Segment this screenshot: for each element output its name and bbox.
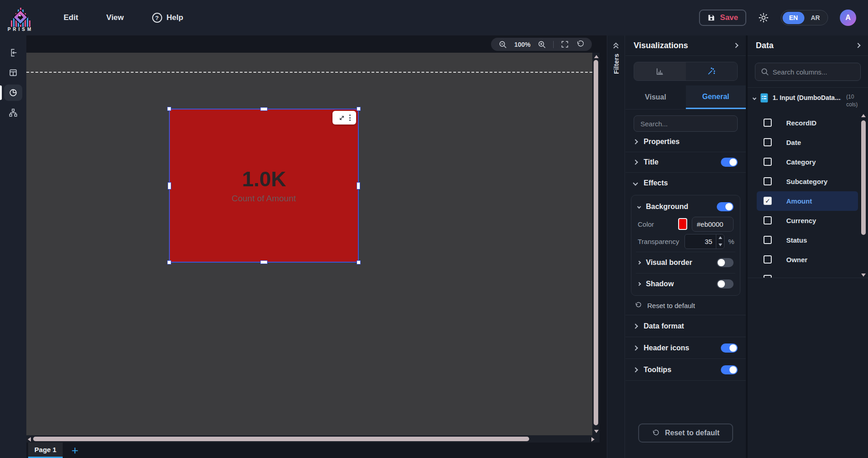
canvas-vertical-scrollbar[interactable] [592,53,600,435]
language-toggle[interactable]: EN AR [781,10,828,25]
column-checkbox[interactable] [764,177,772,185]
shadow-row[interactable]: Shadow [631,275,740,293]
reset-to-default-link[interactable]: Reset to default [625,296,746,315]
theme-sun-icon[interactable] [758,12,769,23]
resize-handle-top[interactable] [260,107,268,111]
resize-handle-right[interactable] [357,182,360,189]
fit-screen-icon[interactable] [560,40,569,49]
shadow-toggle[interactable] [717,279,734,289]
scroll-left-arrow[interactable] [28,437,31,442]
spin-down-button[interactable] [716,241,724,249]
column-list-scrollbar[interactable] [861,114,866,278]
scroll-up-arrow[interactable] [861,114,866,117]
menu-edit[interactable]: Edit [64,13,78,22]
section-effects[interactable]: Effects [625,173,746,193]
properties-label: Properties [644,138,680,146]
magic-mode-button[interactable] [686,62,738,80]
tab-general[interactable]: General [686,85,746,109]
section-title[interactable]: Title [625,152,746,173]
scroll-down-arrow[interactable] [861,274,866,277]
viz-search-input[interactable] [634,115,738,132]
resize-handle-top-left[interactable] [167,107,171,111]
tooltips-toggle[interactable] [721,365,738,374]
column-checkbox[interactable] [764,119,772,127]
column-row-owner[interactable]: Owner [757,250,858,269]
list-scroll-thumb[interactable] [861,120,866,235]
section-header-icons[interactable]: Header icons [625,337,746,359]
section-tooltips[interactable]: Tooltips [625,359,746,381]
data-search-input[interactable] [755,63,861,81]
expand-icon[interactable] [338,114,345,121]
column-row-status[interactable]: Status [757,230,858,250]
column-row-amount[interactable]: ✓Amount [757,191,858,211]
chart-mode-button[interactable] [634,62,686,80]
rail-layout-button[interactable] [0,63,26,83]
chevron-right-icon [637,261,641,264]
transparency-input[interactable] [685,234,716,249]
lang-en[interactable]: EN [783,12,804,24]
zoom-in-icon[interactable] [537,40,546,49]
column-checkbox[interactable] [764,158,772,166]
color-hex-input[interactable] [692,217,734,232]
column-checkbox[interactable]: ✓ [764,197,772,205]
column-row-recordid[interactable]: RecordID [757,113,858,133]
rail-hierarchy-button[interactable] [0,103,26,123]
spin-up-button[interactable] [716,234,724,242]
save-button[interactable]: Save [699,10,746,26]
canvas-horizontal-scrollbar[interactable] [26,435,600,443]
collapse-panel-chevron-icon[interactable] [855,43,860,48]
menu-view[interactable]: View [106,13,124,22]
reset-icon [652,429,660,437]
add-page-button[interactable]: + [63,443,87,458]
more-options-icon[interactable] [349,114,351,121]
resize-handle-top-right[interactable] [357,107,361,111]
data-source-row[interactable]: 1. Input (DumboData.... (10 cols) [748,88,868,109]
transparency-row: Transparency % [631,233,740,250]
column-checkbox[interactable] [764,138,772,146]
top-navbar: PRISM Edit View ? Help Save [0,0,868,35]
section-properties[interactable]: Properties [625,132,746,152]
column-checkbox[interactable] [764,255,772,264]
section-data-format[interactable]: Data format [625,315,746,337]
header-icons-toggle[interactable] [721,344,738,353]
visual-card[interactable]: 1.0K Count of Amount [169,109,359,263]
reset-to-default-button[interactable]: Reset to default [638,423,733,443]
rail-exit-button[interactable] [0,43,26,63]
resize-handle-left[interactable] [168,182,171,189]
left-toolbar [0,35,26,458]
column-checkbox[interactable] [764,216,772,224]
column-row-category[interactable]: Category [757,152,858,172]
rail-pie-chart-button[interactable] [0,83,26,103]
column-checkbox[interactable] [764,236,772,244]
column-row-date[interactable]: Date [757,133,858,152]
scroll-right-arrow[interactable] [591,437,595,442]
reset-view-icon[interactable] [576,40,585,49]
filters-collapsed-panel[interactable]: Filters [607,35,625,458]
scroll-up-arrow[interactable] [594,55,599,58]
collapse-panel-chevron-icon[interactable] [733,43,738,48]
visual-border-toggle[interactable] [717,258,734,267]
menu-help[interactable]: ? Help [152,13,184,23]
column-label: Status [786,236,807,244]
background-toggle[interactable] [717,202,734,211]
report-canvas[interactable]: 1.0K Count of Amount [26,53,592,435]
column-row-currency[interactable]: Currency [757,211,858,230]
expand-filters-chevron-icon[interactable] [612,41,620,49]
user-avatar[interactable]: A [840,10,856,26]
visual-border-row[interactable]: Visual border [631,254,740,271]
resize-handle-bottom-right[interactable] [357,260,361,264]
resize-handle-bottom-left[interactable] [167,260,171,264]
background-color-swatch[interactable] [678,218,687,230]
title-toggle[interactable] [721,158,738,167]
vertical-scroll-thumb[interactable] [594,60,598,425]
column-row-subcategory[interactable]: Subcategory [757,172,858,191]
tab-visual[interactable]: Visual [625,85,686,109]
horizontal-scroll-thumb[interactable] [33,437,529,441]
app-logo[interactable]: PRISM [5,7,35,32]
zoom-out-icon[interactable] [498,40,507,49]
resize-handle-bottom[interactable] [260,260,268,264]
page-tab-1[interactable]: Page 1 [28,443,63,458]
background-row[interactable]: Background [631,198,740,215]
lang-ar[interactable]: AR [804,12,826,24]
scroll-down-arrow[interactable] [594,430,599,433]
